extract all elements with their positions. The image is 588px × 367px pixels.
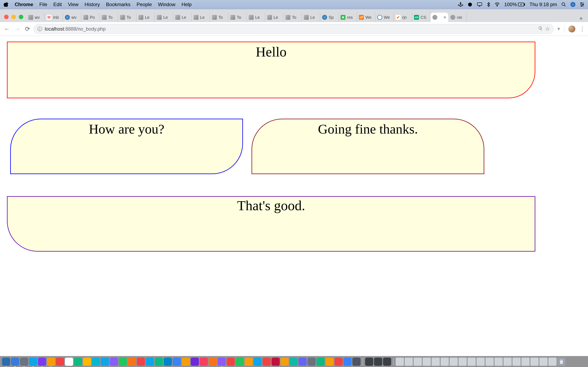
dock-app-icon[interactable] [307,358,316,366]
dock-app-icon[interactable] [56,358,64,366]
control-center-icon[interactable] [580,2,584,7]
browser-tab[interactable]: w3CS [412,13,430,22]
window-maximize-button[interactable] [19,15,23,19]
browser-tab[interactable]: Le [173,13,191,22]
site-info-icon[interactable]: ⓘ [37,26,42,32]
dock-app-icon[interactable] [209,358,217,366]
profile-avatar[interactable] [568,25,575,33]
status-battery[interactable]: 100% [504,2,525,7]
dock-app-icon[interactable] [137,358,145,366]
dock-minimized-window[interactable] [396,358,404,366]
browser-tab[interactable]: × [430,13,448,22]
chrome-menu-button[interactable]: ⋮ [579,25,585,32]
dock-app-icon[interactable] [29,358,37,366]
dock-app-icon[interactable] [352,358,361,366]
dock-minimized-window[interactable] [450,358,458,366]
dock-app-icon[interactable] [83,358,91,366]
dock-app-icon[interactable] [11,358,19,366]
status-joystick-icon[interactable]: 🕹 [458,2,463,7]
dock-app-icon[interactable] [74,358,82,366]
dock-app-icon[interactable] [128,358,136,366]
dock-app-icon[interactable] [146,358,154,366]
active-app-name[interactable]: Chrome [15,2,33,7]
dock-app-icon[interactable] [218,358,226,366]
forward-button[interactable]: → [13,25,21,33]
dock-app-icon[interactable] [365,358,373,366]
dock-minimized-window[interactable] [548,358,557,366]
dock-minimized-window[interactable] [423,358,431,366]
status-malware-icon[interactable] [467,2,472,7]
window-minimize-button[interactable] [11,15,16,19]
dock-app-icon[interactable] [200,358,208,366]
siri-icon[interactable] [571,2,575,7]
browser-tab[interactable]: We [375,13,394,22]
menu-edit[interactable]: Edit [53,2,62,7]
browser-tab[interactable]: wv [26,13,44,22]
menu-bookmarks[interactable]: Bookmarks [106,2,130,7]
dock-app-icon[interactable] [254,358,262,366]
dock-app-icon[interactable] [92,358,100,366]
menu-people[interactable]: People [137,2,152,7]
menu-window[interactable]: Window [158,2,175,7]
dock-app-icon[interactable] [191,358,199,366]
browser-tab[interactable]: ✔rjn [394,13,412,22]
dock-app-icon[interactable] [272,358,280,366]
dock-minimized-window[interactable] [414,358,422,366]
new-tab-button[interactable]: + [577,15,586,22]
browser-tab[interactable]: Sp [320,13,338,22]
dock-app-icon[interactable] [263,358,271,366]
dock-minimized-window[interactable] [485,358,494,366]
dock-app-icon[interactable] [383,358,391,366]
extensions-icon[interactable]: ▾ [557,26,560,32]
dock-app-icon[interactable] [227,358,235,366]
window-close-button[interactable] [4,15,9,19]
dock-minimized-window[interactable] [512,358,521,366]
dock-app-icon[interactable] [38,358,46,366]
bookmark-star-icon[interactable]: ☆ [545,26,550,32]
browser-tab[interactable]: Le [155,13,173,22]
status-bluetooth-icon[interactable] [487,2,490,7]
browser-tab[interactable]: Po [81,13,100,22]
dock-app-icon[interactable] [298,358,307,366]
browser-tab[interactable]: Le [136,13,155,22]
dock-app-icon[interactable] [325,358,334,366]
dock-app-icon[interactable] [334,358,343,366]
dock-minimized-window[interactable] [539,358,548,366]
dock-app-icon[interactable] [155,358,163,366]
dock-minimized-window[interactable] [476,358,485,366]
dock-app-icon[interactable] [164,358,172,366]
browser-tab[interactable]: MInb [44,13,63,22]
dock-app-icon[interactable] [47,358,55,366]
dock-app-icon[interactable] [182,358,190,366]
dock-minimized-window[interactable] [432,358,440,366]
dock-app-icon[interactable] [374,358,382,366]
dock-minimized-window[interactable] [467,358,476,366]
dock-minimized-window[interactable] [530,358,539,366]
spotlight-icon[interactable] [562,2,566,7]
browser-tab[interactable]: vie [448,13,467,22]
tab-close-icon[interactable]: × [443,15,446,20]
apple-logo-icon[interactable] [4,2,9,7]
dock-minimized-window[interactable] [521,358,530,366]
browser-tab[interactable]: Le [247,13,265,22]
dock-minimized-window[interactable] [494,358,503,366]
dock-minimized-window[interactable] [458,358,467,366]
dock-app-icon[interactable] [101,358,109,366]
menu-view[interactable]: View [68,2,79,7]
trash-icon[interactable] [557,358,566,366]
status-display-icon[interactable] [477,2,482,7]
dock-app-icon[interactable] [281,358,289,366]
zoom-icon[interactable] [538,26,543,32]
dock-app-icon[interactable] [236,358,244,366]
browser-tab[interactable]: Le [191,13,210,22]
reload-button[interactable]: ⟳ [23,25,31,33]
browser-tab[interactable]: wv [63,13,81,22]
dock-app-icon[interactable] [173,358,181,366]
menu-file[interactable]: File [39,2,47,7]
browser-tab[interactable]: Le [265,13,283,22]
dock-app-icon[interactable] [119,358,127,366]
browser-tab[interactable]: To [283,13,302,22]
browser-tab[interactable]: To [210,13,228,22]
status-clock[interactable]: Thu 9:18 pm [529,2,557,7]
dock-app-icon[interactable] [2,358,10,366]
